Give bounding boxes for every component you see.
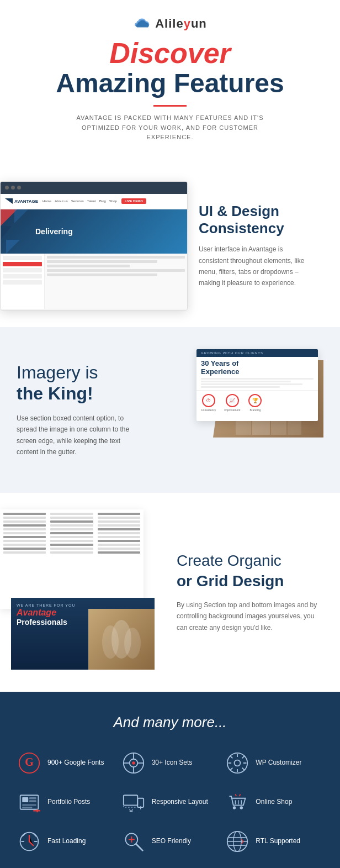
- responsive-layout-icon: [123, 791, 145, 813]
- brand-label: WE ARE THERE FOR YOU: [17, 603, 149, 607]
- imagery-text: Imagery is the King! Use section boxed c…: [17, 362, 147, 457]
- content-line: [47, 269, 185, 272]
- headline-discover: Discover: [11, 38, 329, 69]
- svg-rect-23: [29, 797, 36, 799]
- browser-dot-2: [11, 186, 15, 190]
- icon-sets-label: 30+ Icon Sets: [152, 759, 193, 767]
- browser-mockup: AVANTAGE HomeAbout usServicesTalentBlogS…: [0, 181, 188, 311]
- text-line: [98, 544, 140, 546]
- text-column-2: [50, 513, 93, 555]
- text-line: [98, 524, 140, 527]
- feature-rtl-supported: RTL Supported: [225, 829, 323, 854]
- svg-text:G: G: [25, 756, 34, 768]
- document-bottom: WE ARE THERE FOR YOU Avantage Profession…: [11, 598, 155, 670]
- text-line: [98, 532, 140, 534]
- photo-collage: GROWING WITH OUR CLIENTS 30 Years ofExpe…: [158, 349, 323, 471]
- online-shop-icon-box: [225, 790, 250, 815]
- mock-sidebar-item: [3, 256, 42, 260]
- card-header: GROWING WITH OUR CLIENTS: [196, 349, 318, 357]
- rtl-supported-label: RTL Supported: [256, 837, 300, 846]
- browser-hero: Delivering: [1, 209, 187, 254]
- text-column-3: [98, 513, 140, 555]
- browser-body: [1, 254, 187, 309]
- feature-google-fonts: G 900+ Google Fonts: [17, 750, 115, 776]
- logo-area: Alileyun: [11, 17, 329, 31]
- svg-line-36: [136, 844, 142, 850]
- section-organic: WE ARE THERE FOR YOU Avantage Profession…: [0, 493, 340, 692]
- text-line: [50, 513, 93, 515]
- organic-text: Create Organicor Grid Design By using Se…: [166, 540, 340, 644]
- text-column-1: [3, 513, 46, 555]
- browser-content: AVANTAGE HomeAbout usServicesTalentBlogS…: [1, 194, 187, 310]
- section-more: And many more... G 900+ Google Fonts: [0, 692, 340, 868]
- imagery-mockup: GROWING WITH OUR CLIENTS 30 Years ofExpe…: [158, 349, 323, 471]
- mock-sidebar-item: [3, 268, 42, 272]
- text-line: [3, 548, 46, 550]
- improvement-icon-item: 📈 Improvement: [224, 394, 240, 412]
- online-shop-label: Online Shop: [256, 798, 292, 807]
- wp-customizer-icon: [226, 752, 248, 774]
- branding-icon-item: 🏆 Branding: [248, 394, 262, 412]
- rtl-supported-icon: [226, 830, 248, 853]
- mock-sidebar-item: [3, 280, 42, 285]
- text-line: [3, 528, 46, 530]
- text-line: [3, 520, 46, 523]
- svg-rect-26: [137, 798, 144, 807]
- content-line: [47, 260, 157, 263]
- mock-sidebar-item: [3, 274, 42, 278]
- responsive-layout-label: Responsive Layout: [152, 798, 208, 807]
- text-line: [50, 524, 93, 527]
- svg-point-7: [124, 628, 141, 659]
- feature-portfolio-posts: Portfolio Posts: [17, 790, 115, 815]
- seo-friendly-icon: [123, 830, 145, 853]
- features-grid: G 900+ Google Fonts 30+ Icon Sets: [17, 750, 323, 854]
- fast-loading-label: Fast Loading: [47, 837, 86, 846]
- icon-sets-icon: [123, 752, 145, 774]
- feature-seo-friendly: SEO Friendly: [121, 829, 220, 854]
- organic-description: By using Section top and bottom images a…: [177, 599, 323, 633]
- improvement-label: Improvement: [224, 408, 240, 412]
- text-line: [98, 520, 140, 523]
- nav-logo: AVANTAGE: [5, 198, 38, 204]
- browser-dot-1: [5, 186, 9, 190]
- seo-friendly-icon-box: [121, 829, 146, 854]
- text-line: [3, 540, 46, 542]
- text-line: [50, 544, 93, 546]
- google-fonts-label: 900+ Google Fonts: [47, 759, 104, 767]
- text-line: [3, 524, 46, 527]
- organic-mockup: WE ARE THERE FOR YOU Avantage Profession…: [0, 509, 166, 675]
- card-title: 30 Years ofExperience: [196, 357, 318, 377]
- imagery-layout: Imagery is the King! Use section boxed c…: [17, 349, 323, 471]
- portfolio-posts-label: Portfolio Posts: [47, 798, 90, 807]
- google-fonts-icon: G: [18, 752, 40, 774]
- text-line: [3, 551, 46, 554]
- seo-friendly-label: SEO Friendly: [152, 837, 191, 846]
- header-section: Alileyun Discover Amazing Features AVANT…: [0, 0, 340, 154]
- nav-items: HomeAbout usServicesTalentBlogShop: [42, 199, 117, 203]
- text-line: [50, 536, 93, 538]
- browser-dot-3: [17, 186, 21, 190]
- text-line: [3, 517, 46, 519]
- document-top: [0, 509, 144, 609]
- svg-marker-2: [1, 226, 12, 240]
- nav-cta-button: LIVE DEMO: [121, 198, 146, 204]
- imagery-description: Use section boxed content option, to spr…: [17, 413, 141, 458]
- rtl-supported-icon-box: [225, 829, 250, 854]
- section-imagery: Imagery is the King! Use section boxed c…: [0, 327, 340, 493]
- svg-marker-3: [6, 240, 20, 254]
- online-shop-icon: [226, 791, 248, 813]
- text-line: [50, 517, 93, 519]
- browser-main: [45, 254, 187, 309]
- hero-text: Delivering: [35, 227, 73, 236]
- people-image: [88, 609, 155, 670]
- wp-customizer-label: WP Customizer: [256, 759, 301, 767]
- wp-customizer-icon-box: [225, 750, 250, 776]
- browser-nav: AVANTAGE HomeAbout usServicesTalentBlogS…: [1, 194, 187, 209]
- text-line: [98, 528, 140, 530]
- content-line: [47, 265, 130, 267]
- card-icons: ⏱ Consistency 📈 Improvement 🏆 Branding: [196, 390, 318, 415]
- text-line: [50, 520, 93, 523]
- browser-frame: AVANTAGE HomeAbout usServicesTalentBlogS…: [0, 181, 188, 311]
- text-line: [98, 548, 140, 550]
- text-line: [50, 540, 93, 542]
